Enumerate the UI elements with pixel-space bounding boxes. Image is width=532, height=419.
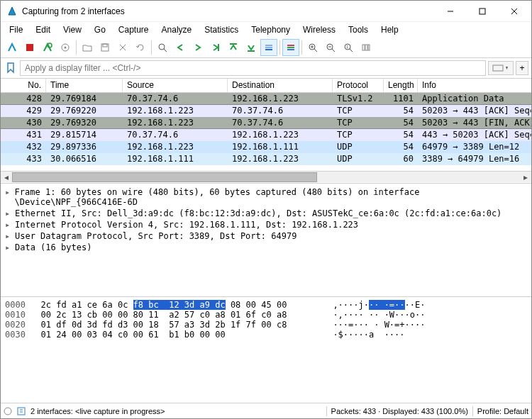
svg-rect-22 (287, 49, 294, 50)
stop-capture-button[interactable] (21, 39, 38, 56)
expand-icon[interactable]: ▸ (5, 231, 12, 241)
detail-line: ▸Internet Protocol Version 4, Src: 192.1… (5, 219, 527, 230)
expand-icon[interactable]: ▸ (5, 208, 12, 218)
scroll-thumb[interactable] (12, 172, 317, 182)
menu-tools[interactable]: Tools (343, 23, 374, 36)
zoom-in-button[interactable] (304, 39, 321, 56)
detail-line: ▸Frame 1: 60 bytes on wire (480 bits), 6… (5, 186, 527, 208)
packet-list-header[interactable]: No. Time Source Destination Protocol Len… (1, 79, 531, 93)
svg-rect-9 (103, 44, 107, 47)
packet-row[interactable]: 42929.769220192.168.1.22370.37.74.6TCP54… (1, 105, 531, 117)
col-src[interactable]: Source (123, 79, 228, 92)
col-no[interactable]: No. (1, 79, 46, 92)
svg-text:1: 1 (346, 45, 349, 49)
zoom-reset-button[interactable]: 1 (340, 39, 357, 56)
status-capture-text: 2 interfaces: <live capture in progress> (31, 407, 165, 415)
detail-line: ▸User Datagram Protocol, Src Port: 3389,… (5, 230, 527, 242)
toolbar-separator (279, 40, 280, 55)
find-packet-button[interactable] (154, 39, 171, 56)
close-button[interactable] (498, 1, 530, 22)
expression-button[interactable] (488, 61, 514, 75)
minimize-button[interactable] (434, 1, 466, 22)
hex-line[interactable]: 0000 2c fd a1 ce 6a 0c f8 bc 12 3d a9 dc… (5, 300, 527, 310)
detail-line: ▸Data (16 bytes) (5, 242, 527, 253)
menu-wireless[interactable]: Wireless (297, 23, 341, 36)
packet-details-pane[interactable]: ▸Frame 1: 60 bytes on wire (480 bits), 6… (1, 184, 531, 297)
expand-icon[interactable]: ▸ (5, 187, 12, 197)
packet-rows[interactable]: 42829.76918470.37.74.6192.168.1.223TLSv1… (1, 93, 531, 171)
menu-edit[interactable]: Edit (30, 23, 56, 36)
hex-line[interactable]: 0020 01 df 0d 3d fd d3 00 18 57 a3 3d 2b… (5, 320, 527, 330)
go-forward-button[interactable] (189, 39, 206, 56)
go-to-packet-button[interactable] (207, 39, 224, 56)
svg-point-12 (159, 44, 165, 50)
save-file-button[interactable] (96, 39, 113, 56)
start-capture-button[interactable] (4, 39, 21, 56)
auto-scroll-button[interactable] (260, 39, 277, 56)
svg-point-37 (4, 408, 11, 415)
zoom-out-button[interactable] (322, 39, 339, 56)
scroll-left-icon[interactable]: ◂ (1, 172, 12, 183)
menu-file[interactable]: File (4, 23, 28, 36)
svg-line-24 (314, 49, 317, 52)
svg-rect-21 (287, 47, 294, 48)
svg-line-13 (164, 49, 167, 52)
menu-analyze[interactable]: Analyze (156, 23, 198, 36)
packet-bytes-pane[interactable]: 0000 2c fd a1 ce 6a 0c f8 bc 12 3d a9 dc… (1, 297, 531, 403)
packet-row[interactable]: 43029.769320192.168.1.22370.37.74.6TCP54… (1, 117, 531, 129)
add-filter-button[interactable]: + (516, 61, 528, 75)
svg-rect-20 (287, 45, 294, 46)
expert-info-icon[interactable] (16, 406, 26, 416)
packet-row[interactable]: 43330.066516192.168.1.111192.168.1.223UD… (1, 153, 531, 165)
col-info[interactable]: Info (418, 79, 531, 92)
open-file-button[interactable] (79, 39, 96, 56)
menu-statistics[interactable]: Statistics (199, 23, 244, 36)
packet-row[interactable]: 42829.76918470.37.74.6192.168.1.223TLSv1… (1, 93, 531, 105)
toolbar-separator (151, 40, 152, 55)
col-dst[interactable]: Destination (228, 79, 333, 92)
svg-rect-38 (18, 408, 25, 415)
go-back-button[interactable] (172, 39, 189, 56)
status-bar: 2 interfaces: <live capture in progress>… (1, 403, 531, 418)
maximize-button[interactable] (466, 1, 498, 22)
menu-view[interactable]: View (57, 23, 87, 36)
svg-line-28 (332, 49, 335, 52)
svg-rect-4 (26, 44, 33, 51)
app-icon (6, 6, 18, 17)
go-last-button[interactable] (243, 39, 260, 56)
menu-go[interactable]: Go (89, 23, 111, 36)
col-proto[interactable]: Protocol (333, 79, 384, 92)
toolbar-separator (76, 40, 77, 55)
packet-list-pane: No. Time Source Destination Protocol Len… (1, 79, 531, 184)
bookmark-icon[interactable] (4, 61, 18, 75)
packet-row[interactable]: 43229.897336192.168.1.223192.168.1.111UD… (1, 141, 531, 153)
expand-icon[interactable]: ▸ (5, 242, 12, 252)
scroll-right-icon[interactable]: ▸ (520, 172, 531, 183)
packet-row[interactable]: 43129.81571470.37.74.6192.168.1.223TCP54… (1, 129, 531, 141)
hex-line[interactable]: 0010 00 2c 13 cb 00 00 80 11 a2 57 c0 a8… (5, 310, 527, 320)
status-packets-text: Packets: 433 · Displayed: 433 (100.0%) (331, 407, 468, 415)
menu-capture[interactable]: Capture (113, 23, 155, 36)
hex-line[interactable]: 0030 01 24 00 03 04 c0 00 61 b1 b0 00 00… (5, 330, 527, 340)
status-icon[interactable] (4, 407, 12, 415)
expand-icon[interactable]: ▸ (5, 220, 12, 230)
reload-button[interactable] (132, 39, 149, 56)
menu-help[interactable]: Help (375, 23, 404, 36)
go-first-button[interactable] (225, 39, 242, 56)
resize-columns-button[interactable] (358, 39, 375, 56)
svg-rect-1 (480, 9, 485, 14)
close-file-button[interactable] (114, 39, 131, 56)
svg-rect-33 (362, 45, 365, 50)
svg-line-31 (350, 49, 353, 52)
status-profile-text[interactable]: Profile: Default (477, 407, 528, 415)
display-filter-input[interactable] (20, 60, 486, 76)
colorize-button[interactable] (282, 39, 299, 56)
toolbar-separator (301, 40, 302, 55)
col-time[interactable]: Time (46, 79, 123, 92)
svg-rect-34 (365, 45, 367, 50)
packet-hscroll[interactable]: ◂ ▸ (1, 171, 531, 182)
menu-telephony[interactable]: Telephony (245, 23, 296, 36)
col-len[interactable]: Length (384, 79, 418, 92)
capture-options-button[interactable] (57, 39, 74, 56)
restart-capture-button[interactable] (39, 39, 56, 56)
